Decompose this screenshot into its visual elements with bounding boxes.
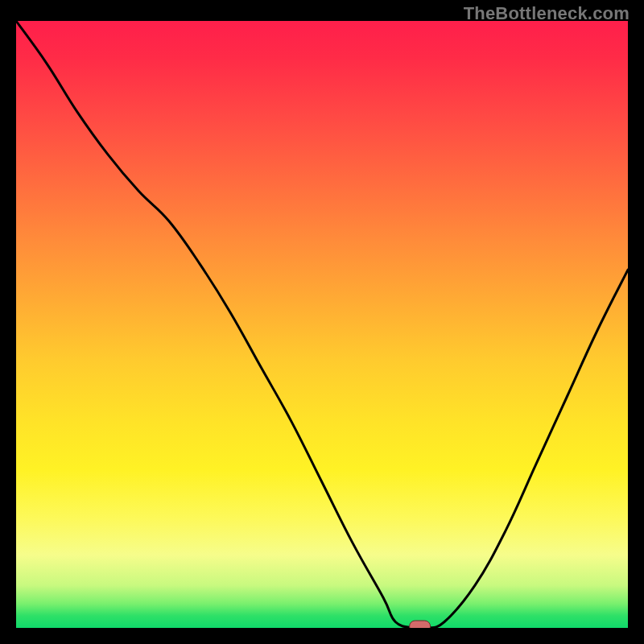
chart-frame: TheBottleneck.com	[0, 0, 644, 644]
watermark-text: TheBottleneck.com	[464, 3, 630, 24]
plot-area	[16, 21, 628, 628]
bottleneck-curve	[16, 21, 628, 628]
minimum-marker	[410, 621, 431, 628]
chart-svg	[16, 21, 628, 628]
